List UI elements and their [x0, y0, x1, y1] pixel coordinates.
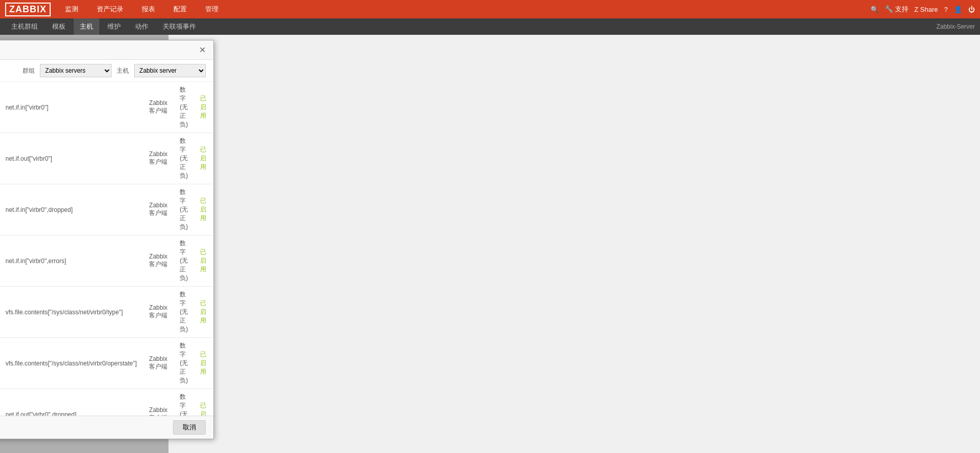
table-row[interactable]: Interface virbr0: Bits sentnet.if.out["v… [0, 133, 213, 184]
group-filter-select[interactable]: Zabbix servers [40, 64, 112, 77]
item-key: vfs.file.contents["/sys/class/net/virbr0… [0, 287, 143, 338]
item-agent: Zabbix 客户端 [143, 235, 173, 287]
item-agent: Zabbix 客户端 [143, 338, 173, 389]
monitor-item-modal: 监控项 ✕ 群组 Zabbix servers 主机 Zabbix server [0, 40, 214, 439]
second-navigation: 主机群组 模板 主机 维护 动作 关联项事件 Zabbix-Server [0, 18, 980, 35]
modal-filters: 群组 Zabbix servers 主机 Zabbix server [0, 60, 213, 82]
items-table: Interface virbr0: Bits receivednet.if.in… [0, 82, 213, 416]
table-row[interactable]: Interface virbr0: Inbound packets discar… [0, 184, 213, 235]
content-area [169, 35, 980, 453]
item-agent: Zabbix 客户端 [143, 287, 173, 338]
item-status: 已启用 [194, 184, 213, 235]
item-key: net.if.in["virbr0",dropped] [0, 184, 143, 235]
main-content: 触发器 所有主机 / Zabbix server 已启用 ZBX SNMP JM… [0, 35, 980, 453]
nav-maintenance[interactable]: 维护 [101, 18, 127, 35]
cancel-button[interactable]: 取消 [173, 420, 206, 435]
host-filter-label: 主机 [117, 67, 129, 75]
nav-assets[interactable]: 资产记录 [93, 0, 127, 18]
item-agent: Zabbix 客户端 [143, 82, 173, 133]
nav-monitor[interactable]: 监测 [61, 0, 82, 18]
modal-overlay: 监控项 ✕ 群组 Zabbix servers 主机 Zabbix server [0, 35, 168, 453]
item-key: net.if.out["virbr0",dropped] [0, 389, 143, 416]
item-status: 已启用 [194, 133, 213, 184]
logout-icon[interactable]: ⏻ [968, 6, 975, 13]
modal-body: Interface virbr0: Bits receivednet.if.in… [0, 82, 213, 416]
search-icon[interactable]: 🔍 [870, 6, 879, 13]
top-navigation: ZABBIX 监测 资产记录 报表 配置 管理 🔍 🔧 支持 Z Share ?… [0, 0, 980, 18]
server-label: Zabbix-Server [937, 23, 975, 30]
table-row[interactable]: Interface virbr0: Bits receivednet.if.in… [0, 82, 213, 133]
user-icon[interactable]: 👤 [954, 6, 962, 13]
share-link[interactable]: Z Share [914, 6, 938, 13]
item-status: 已启用 [194, 389, 213, 416]
item-agent: Zabbix 客户端 [143, 389, 173, 416]
item-type: 数字 (无正负) [173, 235, 194, 287]
modal-header: 监控项 ✕ [0, 40, 213, 60]
item-status: 已启用 [194, 82, 213, 133]
item-key: vfs.file.contents["/sys/class/net/virbr0… [0, 338, 143, 389]
item-key: net.if.in["virbr0",errors] [0, 235, 143, 287]
help-icon[interactable]: ? [944, 6, 948, 13]
item-type: 数字 (无正负) [173, 184, 194, 235]
group-filter-label: 群组 [23, 67, 35, 75]
support-link[interactable]: 🔧 支持 [885, 5, 908, 14]
nav-right: 🔍 🔧 支持 Z Share ? 👤 ⏻ [870, 5, 975, 14]
nav-config[interactable]: 配置 [169, 0, 191, 18]
table-row[interactable]: Interface virbr0: Interface typevfs.file… [0, 287, 213, 338]
sidebar: 触发器 所有主机 / Zabbix server 已启用 ZBX SNMP JM… [0, 35, 169, 453]
item-agent: Zabbix 客户端 [143, 184, 173, 235]
item-status: 已启用 [194, 235, 213, 287]
modal-footer: 取消 [0, 416, 213, 439]
item-key: net.if.out["virbr0"] [0, 133, 143, 184]
item-type: 数字 (无正负) [173, 338, 194, 389]
item-key: net.if.in["virbr0"] [0, 82, 143, 133]
nav-admin[interactable]: 管理 [201, 0, 223, 18]
nav-actions[interactable]: 动作 [129, 18, 155, 35]
item-type: 数字 (无正负) [173, 287, 194, 338]
item-status: 已启用 [194, 287, 213, 338]
item-status: 已启用 [194, 338, 213, 389]
host-filter-select[interactable]: Zabbix server [134, 64, 206, 77]
item-agent: Zabbix 客户端 [143, 133, 173, 184]
table-row[interactable]: Interface virbr0: Inbound packets with e… [0, 235, 213, 287]
item-type: 数字 (无正负) [173, 82, 194, 133]
item-type: 数字 (无正负) [173, 133, 194, 184]
item-type: 数字 (无正负) [173, 389, 194, 416]
nav-templates[interactable]: 模板 [46, 18, 72, 35]
table-row[interactable]: Interface virbr0: Outbound packets disca… [0, 389, 213, 416]
table-row[interactable]: Interface virbr0: Operational statusvfs.… [0, 338, 213, 389]
nav-reports[interactable]: 报表 [138, 0, 159, 18]
zabbix-logo: ZABBIX [5, 3, 51, 16]
nav-correlation[interactable]: 关联项事件 [157, 18, 202, 35]
nav-hosts[interactable]: 主机 [74, 18, 99, 35]
nav-host-groups[interactable]: 主机群组 [5, 18, 44, 35]
modal-close-button[interactable]: ✕ [199, 45, 206, 55]
